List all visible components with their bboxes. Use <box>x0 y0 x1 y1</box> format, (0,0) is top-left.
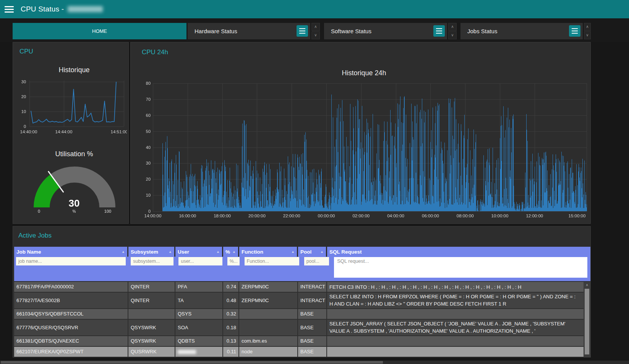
jobs-table-body: 677817/PFA/PFA0000002QINTERPFA0.74ZERPMN… <box>14 282 590 358</box>
list-icon-glyph <box>436 28 442 34</box>
pct-value: 0.11 <box>225 347 236 357</box>
cell-job-name: 677827/TA/ES002B <box>14 293 128 308</box>
list-icon-glyph <box>299 28 305 34</box>
table-row[interactable]: 661034/QSYS/QDBFSTCCOLQSYS0.32BASE <box>14 309 584 320</box>
chevron-up-icon[interactable]: ∧ <box>584 23 591 31</box>
column-header-function[interactable]: Function▲ <box>239 247 298 257</box>
pct-value: 0.32 <box>225 309 236 319</box>
cell-pct: 0.48 <box>223 293 239 308</box>
cell-user <box>175 347 223 357</box>
cpu-24h-panel: CPU 24h Historique 24h <box>130 42 591 224</box>
table-row[interactable]: 677827/TA/ES002BQINTERTA0.48ZERPMN0CINTE… <box>14 293 584 309</box>
cell-function: ZERPMN0C <box>239 293 298 308</box>
chevron-up-icon[interactable]: ∧ <box>311 23 320 31</box>
filter-input-subsystem[interactable] <box>131 257 173 265</box>
sort-asc-icon[interactable]: ▲ <box>320 250 324 254</box>
list-icon[interactable] <box>569 25 580 37</box>
hamburger-menu-icon[interactable] <box>5 6 14 13</box>
cpu-panel: CPU Historique Utilisation % <box>13 42 129 224</box>
column-header-label: Function <box>242 249 263 255</box>
cell-pool: BASE <box>298 347 327 357</box>
tab-strip: HOME Hardware Status ∧ ∨ Software Status… <box>0 18 629 42</box>
chevron-down-icon[interactable]: ∨ <box>311 31 320 39</box>
chevron-down-icon[interactable]: ∨ <box>448 31 457 39</box>
jobs-scrollbar-thumb[interactable] <box>585 289 589 354</box>
sort-asc-icon[interactable]: ▲ <box>232 250 236 254</box>
cell-pct: 0.13 <box>223 336 239 346</box>
column-header-label: User <box>178 249 189 255</box>
filter-input-job-name[interactable] <box>16 257 126 265</box>
cell-subsystem: QSYSWRK <box>128 336 175 346</box>
filter-cell-job-name <box>14 257 129 279</box>
tab-jobs-status[interactable]: Jobs Status <box>460 23 583 39</box>
cell-job-name: 661381/QDBTS/QJVAEXEC <box>14 336 128 346</box>
tab-home[interactable]: HOME <box>13 23 186 39</box>
chevron-down-icon[interactable]: ∨ <box>584 31 591 39</box>
filter-cell-sql-request <box>332 257 590 279</box>
cell-user: TA <box>175 293 223 308</box>
top-app-bar: CPU Status - <box>0 0 629 18</box>
cell-subsystem <box>128 309 175 319</box>
tab-hardware-status[interactable]: Hardware Status <box>188 23 310 39</box>
table-row[interactable]: 661381/QDBTS/QJVAEXECQSYSWRKQDBTS0.13com… <box>14 336 584 347</box>
cell-sql-request <box>327 347 579 357</box>
page-scrollbar-thumb[interactable] <box>1 361 383 364</box>
list-icon[interactable] <box>433 25 445 37</box>
filter-input-function[interactable] <box>245 257 299 265</box>
column-header-job-name[interactable]: Job Name▲ <box>14 247 128 257</box>
cell-function <box>239 309 298 319</box>
cell-user: QDBTS <box>175 336 223 346</box>
tab-spinner-1: ∧ ∨ <box>311 23 320 39</box>
filter-input-pool[interactable] <box>304 257 329 265</box>
chevron-up-icon[interactable]: ∧ <box>448 23 457 31</box>
sort-asc-icon[interactable]: ▲ <box>122 250 125 254</box>
cell-function <box>239 320 298 335</box>
cell-user: PFA <box>175 282 223 292</box>
list-icon[interactable] <box>297 25 308 37</box>
column-header-sql-request[interactable]: SQL Request <box>327 247 586 257</box>
filter-input-sql-request[interactable] <box>334 257 587 278</box>
column-header-label: Job Name <box>16 249 41 255</box>
table-row[interactable]: 662107/EUREKA/QP0ZSPWTQUSRWRK0.11nodeBAS… <box>14 347 584 358</box>
table-row[interactable]: 677817/PFA/PFA0000002QINTERPFA0.74ZERPMN… <box>14 282 584 293</box>
sort-asc-icon[interactable]: ▲ <box>291 250 295 254</box>
cpu-utilisation-gauge <box>23 159 119 214</box>
sort-asc-icon[interactable]: ▲ <box>216 250 220 254</box>
cell-user: QSYS <box>175 309 223 319</box>
cell-sql-request <box>327 309 579 319</box>
pct-value: 0.13 <box>225 336 236 346</box>
cpu-status-dashboard: CPU Status - HOME Hardware Status ∧ ∨ So… <box>0 0 629 364</box>
filter-input-pct[interactable] <box>227 257 240 265</box>
cell-sql-request: SELECT LIBZ INTO : H FROM ERPZOL WHERE (… <box>327 293 579 308</box>
cell-pct: 0.18 <box>223 320 239 335</box>
jobs-table-header: Job Name▲Subsystem▲User▲%▲Function▲Pool▲… <box>14 247 590 281</box>
scroll-up-icon[interactable]: ∧ <box>584 282 590 288</box>
cpu-panel-title: CPU <box>19 48 33 55</box>
column-header-pool[interactable]: Pool▲ <box>298 247 327 257</box>
pct-value: 0.18 <box>225 320 236 335</box>
jobs-header-row: Job Name▲Subsystem▲User▲%▲Function▲Pool▲… <box>14 247 590 257</box>
column-header-pct[interactable]: %▲ <box>223 247 239 257</box>
cell-function: com.ibm.es <box>239 336 298 346</box>
tab-software-status[interactable]: Software Status <box>324 23 447 39</box>
column-header-user[interactable]: User▲ <box>175 247 223 257</box>
cpu-24h-chart <box>134 74 589 223</box>
cell-pool: BASE <box>298 336 327 346</box>
cell-sql-request: FETCH C3 INTO : H , : H , : H , : H , : … <box>327 282 579 292</box>
jobs-vertical-scrollbar[interactable]: ∧ <box>584 282 590 358</box>
active-jobs-panel: Active Jobs Job Name▲Subsystem▲User▲%▲Fu… <box>13 226 591 358</box>
column-header-subsystem[interactable]: Subsystem▲ <box>128 247 175 257</box>
app-title: CPU Status - <box>21 5 64 13</box>
cell-function: ZERPMN0C <box>239 282 298 292</box>
cell-pool: INTERACT <box>298 282 327 292</box>
cell-pct: 0.74 <box>223 282 239 292</box>
page-horizontal-scrollbar[interactable] <box>0 361 629 364</box>
cell-pool: BASE <box>298 309 327 319</box>
filter-input-user[interactable] <box>178 257 222 265</box>
tab-spinner-3: ∧ ∨ <box>584 23 591 39</box>
sort-asc-icon[interactable]: ▲ <box>169 250 172 254</box>
table-row[interactable]: 677776/QUSER/QSQSRVRQSYSWRKSOA0.18BASESE… <box>14 320 584 336</box>
cell-subsystem: QSYSWRK <box>128 320 175 335</box>
active-jobs-title: Active Jobs <box>18 232 52 239</box>
filter-cell-function <box>243 257 302 279</box>
